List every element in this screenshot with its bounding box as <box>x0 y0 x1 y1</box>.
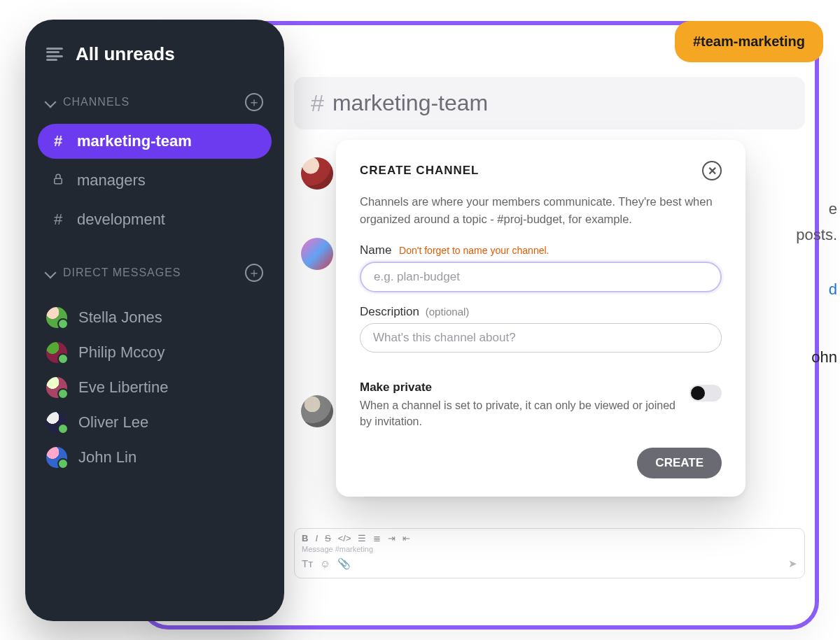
dm-item[interactable]: Stella Jones <box>25 300 284 335</box>
name-field-label: Name Don't forget to name your channel. <box>360 243 722 257</box>
sidebar-item-label: managers <box>77 171 146 190</box>
name-field-hint: Don't forget to name your channel. <box>399 245 549 256</box>
make-private-description: When a channel is set to private, it can… <box>360 397 676 429</box>
dm-name: Philip Mccoy <box>78 343 164 362</box>
channel-description-input[interactable] <box>360 323 722 353</box>
sidebar-item-development[interactable]: # development <box>38 202 272 237</box>
channels-section-header[interactable]: CHANNELS ＋ <box>25 85 284 120</box>
private-toggle[interactable] <box>690 385 722 401</box>
optional-label: (optional) <box>426 306 470 318</box>
avatar <box>46 412 67 433</box>
avatar <box>46 377 67 398</box>
background-message-fragments: e posts. d ohn <box>796 196 837 371</box>
hash-icon: # <box>50 132 66 150</box>
dm-item[interactable]: Eve Libertine <box>25 370 284 405</box>
message-avatar <box>301 395 333 427</box>
create-channel-modal: CREATE CHANNEL ✕ Channels are where your… <box>336 140 746 497</box>
emoji-icon[interactable]: ☺ <box>320 557 330 570</box>
lock-icon <box>50 171 66 190</box>
avatar <box>46 342 67 363</box>
code-icon[interactable]: </> <box>338 533 351 543</box>
modal-title: CREATE CHANNEL <box>360 164 479 178</box>
chevron-down-icon <box>45 97 57 108</box>
close-icon[interactable]: ✕ <box>702 161 722 180</box>
sidebar-item-marketing-team[interactable]: # marketing-team <box>38 124 272 159</box>
sidebar: All unreads CHANNELS ＋ # marketing-team … <box>25 20 284 621</box>
bullet-list-icon[interactable]: ☰ <box>358 533 366 543</box>
dm-item[interactable]: John Lin <box>25 440 284 475</box>
attachment-icon[interactable]: 📎 <box>337 557 351 570</box>
description-field-label: Description (optional) <box>360 305 722 319</box>
menu-icon[interactable] <box>46 48 63 62</box>
strike-icon[interactable]: S <box>325 533 331 543</box>
modal-description: Channels are where your members communic… <box>360 193 722 228</box>
send-icon[interactable]: ➤ <box>788 557 797 570</box>
sidebar-item-managers[interactable]: managers <box>38 163 272 198</box>
indent-icon[interactable]: ⇥ <box>388 533 396 543</box>
text-format-icon[interactable]: Tт <box>302 557 313 570</box>
add-dm-button[interactable]: ＋ <box>245 264 263 282</box>
number-list-icon[interactable]: ≣ <box>373 533 381 543</box>
avatar <box>46 307 67 328</box>
sidebar-title: All unreads <box>76 43 175 65</box>
bold-icon[interactable]: B <box>302 533 308 543</box>
dm-name: Oliver Lee <box>78 413 148 432</box>
add-channel-button[interactable]: ＋ <box>245 93 263 111</box>
dm-name: Eve Libertine <box>78 378 168 397</box>
dm-name: John Lin <box>78 448 136 467</box>
channel-title: marketing-team <box>332 90 488 116</box>
sidebar-item-label: development <box>77 211 165 229</box>
tag-badge: #team-marketing <box>675 21 823 62</box>
message-avatar <box>301 157 333 190</box>
make-private-title: Make private <box>360 381 676 394</box>
channel-header[interactable]: # marketing-team <box>294 77 805 129</box>
sidebar-item-label: marketing-team <box>77 132 192 150</box>
dms-label: DIRECT MESSAGES <box>63 266 181 279</box>
dm-item[interactable]: Philip Mccoy <box>25 335 284 370</box>
italic-icon[interactable]: I <box>315 533 318 543</box>
channels-label: CHANNELS <box>63 96 130 108</box>
compose-box[interactable]: B I S </> ☰ ≣ ⇥ ⇤ Message #marketing Tт … <box>294 528 805 578</box>
channel-name-input[interactable] <box>360 262 722 292</box>
avatar <box>46 447 67 468</box>
create-button[interactable]: CREATE <box>637 448 722 478</box>
format-toolbar: B I S </> ☰ ≣ ⇥ ⇤ <box>295 529 804 543</box>
hash-icon: # <box>311 90 324 117</box>
svg-rect-0 <box>55 178 62 184</box>
dms-section-header[interactable]: DIRECT MESSAGES ＋ <box>25 255 284 290</box>
chevron-down-icon <box>45 267 57 279</box>
dm-name: Stella Jones <box>78 308 162 327</box>
message-avatar <box>301 238 333 270</box>
compose-placeholder[interactable]: Message #marketing <box>295 543 804 555</box>
dm-item[interactable]: Oliver Lee <box>25 405 284 440</box>
hash-icon: # <box>50 211 66 229</box>
outdent-icon[interactable]: ⇤ <box>402 533 410 543</box>
